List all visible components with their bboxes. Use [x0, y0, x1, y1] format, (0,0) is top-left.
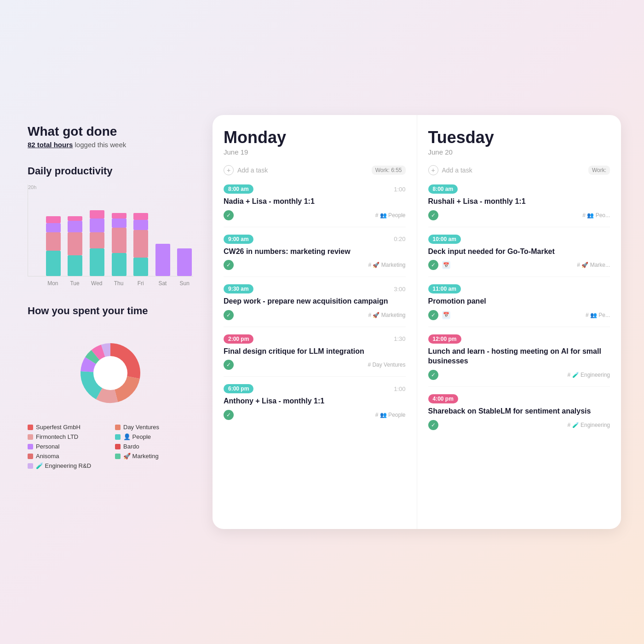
bar-chart-section: 20h MonTueWedThuFriSatSun — [28, 184, 193, 287]
bar-segment — [133, 230, 148, 258]
bar-chart: 20h — [28, 184, 193, 276]
task-footer: ✓# 🧪 Engineering — [428, 420, 610, 430]
time-badge: 4:00 pm — [428, 394, 458, 403]
task-title: Lunch and learn - hosting meeting on AI … — [428, 346, 610, 366]
legend-item: 🧪 Engineering R&D — [28, 462, 106, 469]
bar-col-4 — [132, 184, 150, 276]
task-card[interactable]: 4:00 pmShareback on StableLM for sentime… — [428, 394, 610, 430]
check-icon: ✓ — [224, 260, 234, 270]
task-tag: # 🧪 Engineering — [568, 372, 610, 378]
task-title: Shareback on StableLM for sentiment anal… — [428, 406, 610, 416]
legend-item: Day Ventures — [115, 424, 193, 431]
task-card[interactable]: 6:00 pm1:00Anthony + Lisa - monthly 1:1✓… — [224, 384, 406, 420]
add-task-label: Add a task — [237, 167, 268, 174]
legend-dot — [115, 444, 121, 449]
legend-item: 🚀 Marketing — [115, 453, 193, 460]
task-tag: # 👥 Peo... — [582, 212, 610, 218]
task-card[interactable]: 8:00 am1:00Nadia + Lisa - monthly 1:1✓# … — [224, 184, 406, 227]
bar-segment — [68, 255, 82, 276]
legend-label: Bardo — [123, 443, 139, 450]
legend-item: Personal — [28, 443, 106, 450]
task-divider — [224, 276, 406, 277]
monday-column: Monday June 19 + Add a task Work: 6:55 8… — [213, 115, 417, 529]
task-header: 2:00 pm1:30 — [224, 334, 406, 344]
task-header: 8:00 am1:00 — [224, 184, 406, 194]
task-header: 9:00 am0:20 — [224, 235, 406, 244]
legend-dot — [28, 463, 33, 469]
bar-segment — [68, 216, 82, 221]
legend: Superfest GmbHDay VenturesFirmontech LTD… — [28, 424, 193, 469]
task-card[interactable]: 9:30 am3:00Deep work - prepare new acqui… — [224, 284, 406, 327]
add-task-icon-tue[interactable]: + — [428, 165, 438, 175]
task-title: Anthony + Lisa - monthly 1:1 — [224, 396, 406, 406]
bar-day-label: Thu — [110, 280, 127, 287]
donut-chart — [28, 332, 193, 414]
bar-segment — [112, 213, 126, 218]
task-tag: # 👥 People — [375, 412, 406, 418]
add-task-icon[interactable]: + — [224, 165, 234, 175]
legend-item: Bardo — [115, 443, 193, 450]
legend-label: 🚀 Marketing — [123, 453, 159, 460]
time-badge: 11:00 am — [428, 284, 461, 293]
task-tag: # Day Ventures — [368, 362, 405, 368]
check-icon: ✓ — [224, 360, 234, 370]
task-footer: ✓# 👥 People — [224, 210, 406, 220]
task-tag: # 🚀 Marketing — [368, 262, 405, 268]
legend-dot — [28, 454, 33, 459]
legend-dot — [115, 454, 121, 459]
task-duration: 1:30 — [394, 335, 405, 342]
time-badge: 12:00 pm — [428, 334, 461, 344]
task-footer: ✓# 🚀 Marketing — [224, 260, 406, 270]
task-card[interactable]: 12:00 pmLunch and learn - hosting meetin… — [428, 334, 610, 387]
tuesday-tasks-list: 8:00 amRushali + Lisa - monthly 1:1✓# 👥 … — [428, 184, 610, 430]
check-icon: ✓ — [428, 370, 438, 380]
check-icon: ✓ — [428, 420, 438, 430]
bar-segment — [68, 221, 82, 232]
task-card[interactable]: 2:00 pm1:30Final design critique for LLM… — [224, 334, 406, 377]
tuesday-add-task-row[interactable]: + Add a task Work: — [428, 165, 610, 175]
task-card[interactable]: 9:00 am0:20CW26 in numbers: marketing re… — [224, 235, 406, 277]
bar-col-6 — [176, 184, 193, 276]
bar-col-5 — [154, 184, 172, 276]
check-icon: ✓ — [428, 260, 438, 270]
calendar-icon: 📅 — [442, 261, 450, 269]
legend-label: Superfest GmbH — [36, 424, 80, 431]
task-header: 4:00 pm — [428, 394, 610, 403]
task-header: 8:00 am — [428, 184, 610, 194]
main-title: What got done — [28, 124, 193, 139]
task-title: Promotion panel — [428, 296, 610, 306]
task-title: Deep work - prepare new acquisition camp… — [224, 296, 406, 306]
calendar-icon: 📅 — [442, 311, 450, 319]
task-header: 12:00 pm — [428, 334, 610, 344]
task-title: Final design critique for LLM integratio… — [224, 346, 406, 356]
bar-day-label: Tue — [66, 280, 84, 287]
legend-label: 🧪 Engineering R&D — [36, 462, 91, 469]
task-tag: # 👥 Pe... — [586, 312, 610, 318]
task-footer: ✓# 🚀 Marketing — [224, 310, 406, 320]
task-card[interactable]: 10:00 amDeck input needed for Go-To-Mark… — [428, 235, 610, 277]
bar-segment — [112, 228, 126, 253]
bar-col-3 — [110, 184, 128, 276]
bar-segment — [90, 210, 104, 218]
task-card[interactable]: 11:00 amPromotion panel✓📅# 👥 Pe... — [428, 284, 610, 327]
bar-segment — [133, 220, 148, 230]
monday-title: Monday — [224, 128, 406, 147]
legend-label: Firmontech LTD — [36, 433, 78, 440]
legend-dot — [28, 425, 33, 430]
bar-segment — [112, 218, 126, 228]
monday-work-time: Work: 6:55 — [372, 166, 406, 175]
task-footer: ✓# 👥 People — [224, 410, 406, 420]
task-divider — [428, 276, 610, 277]
legend-label: 👤 People — [123, 433, 151, 440]
time-badge: 8:00 am — [224, 184, 253, 194]
task-duration: 0:20 — [394, 236, 405, 242]
bar-day-label: Sun — [176, 280, 193, 287]
task-card[interactable]: 8:00 amRushali + Lisa - monthly 1:1✓# 👥 … — [428, 184, 610, 227]
tuesday-title: Tuesday — [428, 128, 610, 147]
tuesday-date: June 20 — [428, 148, 610, 156]
time-badge: 9:30 am — [224, 284, 253, 293]
bar-segment — [90, 248, 104, 276]
time-badge: 2:00 pm — [224, 334, 253, 344]
tuesday-column: Tuesday June 20 + Add a task Work: 8:00 … — [417, 115, 621, 529]
monday-add-task-row[interactable]: + Add a task Work: 6:55 — [224, 165, 406, 175]
